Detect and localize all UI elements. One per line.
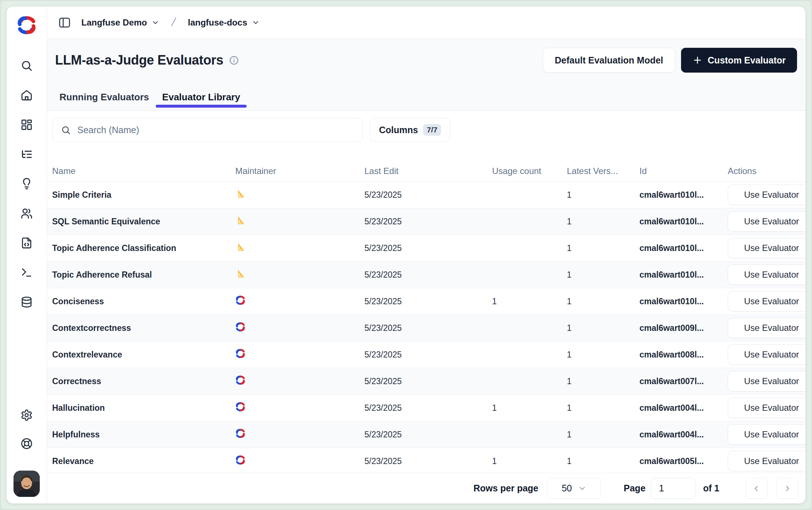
maintainer-cell [235, 375, 364, 387]
previous-page-button[interactable] [746, 478, 767, 499]
actions-cell: Use Evaluator [728, 318, 805, 338]
last-edit: 5/23/2025 [364, 270, 492, 280]
default-evaluation-model-button[interactable]: Default Evaluation Model [543, 48, 675, 73]
maintainer-cell [235, 268, 364, 281]
evaluator-name: Simple Criteria [52, 190, 235, 200]
last-edit: 5/23/2025 [364, 217, 492, 227]
tab-evaluator-library[interactable]: Evaluator Library [156, 92, 247, 110]
table-row[interactable]: Correctness 5/23/2025 1 cmal6wart007l...… [47, 368, 805, 395]
evaluator-name: Topic Adherence Classification [52, 243, 235, 253]
evaluator-name: SQL Semantic Equivalence [52, 217, 235, 227]
latest-version: 1 [567, 297, 639, 306]
chevron-down-icon [252, 19, 260, 27]
breadcrumb-org[interactable]: Langfuse Demo [79, 17, 162, 28]
use-evaluator-button[interactable]: Use Evaluator [728, 185, 805, 205]
info-icon[interactable] [229, 55, 239, 65]
actions-cell: Use Evaluator [728, 185, 805, 205]
use-evaluator-button[interactable]: Use Evaluator [728, 451, 805, 471]
tab-running-evaluators[interactable]: Running Evaluators [53, 92, 156, 110]
search-box [53, 118, 363, 142]
support-lifebuoy-icon[interactable] [19, 437, 34, 450]
ragas-maintainer-icon [235, 215, 245, 225]
custom-evaluator-button[interactable]: Custom Evaluator [681, 48, 797, 73]
columns-button[interactable]: Columns 7/7 [370, 118, 450, 142]
ragas-maintainer-icon [235, 189, 245, 199]
search-icon[interactable] [19, 59, 34, 72]
sidebar-nav [19, 59, 34, 309]
toolbar: Columns 7/7 [47, 111, 805, 161]
home-icon[interactable] [19, 89, 34, 102]
table-row[interactable]: Conciseness 5/23/2025 1 1 cmal6wart010l.… [47, 288, 805, 315]
last-edit: 5/23/2025 [364, 403, 492, 413]
maintainer-cell [235, 402, 364, 414]
table-row[interactable]: Hallucination 5/23/2025 1 1 cmal6wart004… [47, 395, 805, 421]
table-row[interactable]: Contextrelevance 5/23/2025 1 cmal6wart00… [47, 341, 805, 368]
latest-version: 1 [567, 350, 639, 360]
column-header-actions: Actions [728, 166, 805, 176]
table-row[interactable]: Simple Criteria 5/23/2025 1 cmal6wart010… [47, 182, 805, 208]
search-icon [61, 125, 71, 135]
app-card: Langfuse Demo langfuse-docs LLM-as-a-Jud… [7, 7, 805, 503]
rows-per-page-label: Rows per page [473, 483, 538, 494]
latest-version: 1 [567, 376, 639, 386]
column-header-latest-version: Latest Vers... [567, 166, 639, 176]
maintainer-cell [235, 348, 364, 361]
table-row[interactable]: SQL Semantic Equivalence 5/23/2025 1 cma… [47, 208, 805, 235]
table-row[interactable]: Helpfulness 5/23/2025 1 cmal6wart004l...… [47, 421, 805, 448]
page-number-input[interactable] [651, 478, 695, 499]
usage-count: 1 [492, 403, 567, 413]
table-row[interactable]: Relevance 5/23/2025 1 1 cmal6wart005l...… [47, 448, 805, 473]
actions-cell: Use Evaluator [728, 291, 805, 312]
use-evaluator-button[interactable]: Use Evaluator [728, 238, 805, 258]
maintainer-cell [235, 242, 364, 254]
use-evaluator-button[interactable]: Use Evaluator [728, 318, 805, 338]
sidebar-toggle-icon[interactable] [57, 16, 72, 29]
evaluator-id: cmal6wart007l... [639, 376, 728, 386]
terminal-icon[interactable] [19, 266, 34, 279]
tracing-tree-icon[interactable] [19, 148, 34, 161]
use-evaluator-button[interactable]: Use Evaluator [728, 371, 805, 391]
last-edit: 5/23/2025 [364, 323, 492, 333]
chevron-down-icon [578, 484, 587, 493]
use-evaluator-button[interactable]: Use Evaluator [728, 424, 805, 445]
lightbulb-icon[interactable] [19, 177, 34, 190]
evaluator-name: Helpfulness [52, 430, 235, 440]
dashboard-grid-icon[interactable] [19, 118, 34, 131]
actions-cell: Use Evaluator [728, 398, 805, 418]
use-evaluator-button[interactable]: Use Evaluator [728, 291, 805, 312]
settings-gear-icon[interactable] [19, 409, 34, 422]
use-evaluator-button[interactable]: Use Evaluator [728, 398, 805, 418]
use-evaluator-button[interactable]: Use Evaluator [728, 344, 805, 365]
evaluator-id: cmal6wart010l... [639, 297, 728, 306]
column-header-name: Name [52, 166, 235, 176]
langfuse-maintainer-icon [235, 402, 245, 412]
table-row[interactable]: Topic Adherence Refusal 5/23/2025 1 cmal… [47, 262, 805, 288]
latest-version: 1 [567, 430, 639, 440]
latest-version: 1 [567, 190, 639, 200]
evaluator-id: cmal6wart010l... [639, 243, 728, 253]
maintainer-cell [235, 455, 364, 467]
table-row[interactable]: Topic Adherence Classification 5/23/2025… [47, 235, 805, 262]
next-page-button[interactable] [776, 478, 798, 499]
evaluator-name: Contextcorrectness [52, 323, 235, 333]
user-avatar[interactable] [13, 471, 40, 497]
table-row[interactable]: Contextcorrectness 5/23/2025 1 cmal6wart… [47, 315, 805, 341]
search-input[interactable] [77, 124, 354, 136]
code-file-icon[interactable] [19, 236, 34, 250]
chevron-left-icon [752, 484, 761, 493]
users-icon[interactable] [19, 207, 34, 220]
database-icon[interactable] [19, 295, 34, 309]
use-evaluator-button[interactable]: Use Evaluator [728, 264, 805, 285]
page-label: Page [624, 483, 646, 494]
actions-cell: Use Evaluator [728, 211, 805, 232]
rows-per-page-select[interactable]: 50 [547, 478, 601, 499]
langfuse-maintainer-icon [235, 455, 245, 465]
evaluator-name: Contextrelevance [52, 350, 235, 360]
evaluator-name: Relevance [52, 456, 235, 466]
langfuse-maintainer-icon [235, 348, 245, 359]
actions-cell: Use Evaluator [728, 424, 805, 445]
langfuse-logo-icon[interactable] [16, 15, 37, 36]
breadcrumb-project[interactable]: langfuse-docs [186, 17, 262, 28]
usage-count: 1 [492, 297, 567, 306]
use-evaluator-button[interactable]: Use Evaluator [728, 211, 805, 232]
